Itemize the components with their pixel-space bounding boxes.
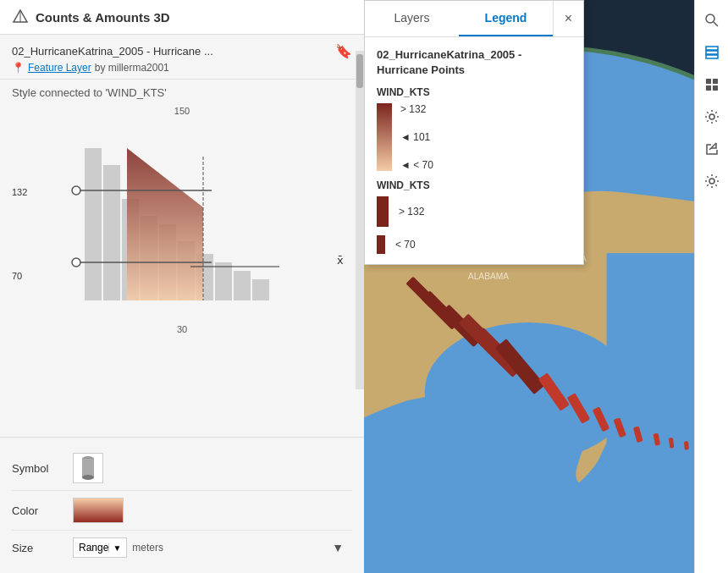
- color-label: Color: [12, 504, 63, 517]
- scrollbar[interactable]: [356, 51, 364, 389]
- legend-gradient: [377, 103, 392, 171]
- panel-header: Counts & Amounts 3D: [0, 0, 364, 35]
- symbol-row: Symbol: [12, 446, 352, 491]
- svg-point-14: [72, 186, 80, 195]
- size-dropdown[interactable]: Range ▼ meters: [73, 537, 163, 558]
- left-panel: Counts & Amounts 3D 02_HurricaneKatrina_…: [0, 0, 364, 573]
- xbar-label: x̄: [337, 254, 344, 267]
- app-icon: [12, 8, 29, 25]
- feature-layer-by: by millerma2001: [95, 62, 169, 74]
- legend-content: 02_HurricaneKatrina_2005 - Hurricane Poi…: [365, 37, 583, 264]
- bottom-controls: Symbol Color Size Range ▼ meter: [0, 437, 364, 573]
- legend-popup: Layers Legend × 02_HurricaneKatrina_2005…: [364, 0, 584, 265]
- settings-button[interactable]: [697, 102, 727, 132]
- pin-icon: 📍: [12, 62, 25, 74]
- layers-button[interactable]: [697, 37, 727, 68]
- tab-layers[interactable]: Layers: [365, 1, 459, 36]
- layer-info: 02_HurricaneKatrina_2005 - Hurricane ...…: [0, 35, 364, 80]
- histogram-wrap: 150 30 132 70 x̄: [12, 106, 352, 343]
- settings2-button[interactable]: [697, 166, 727, 196]
- map-background[interactable]: ALABAMA GEORGIA: [364, 0, 728, 573]
- symbol-label: Symbol: [12, 462, 63, 475]
- expand-arrow-icon[interactable]: ▼: [332, 541, 344, 554]
- legend-tabs: Layers Legend ×: [365, 1, 583, 37]
- size-option: Range: [79, 542, 108, 554]
- legend-size-label-small: < 70: [395, 239, 416, 251]
- legend-color-label-mid: ◄ 101: [400, 131, 433, 143]
- legend-close-button[interactable]: ×: [553, 1, 583, 36]
- right-area: ALABAMA GEORGIA: [364, 0, 728, 573]
- legend-color-label-low: ◄ < 70: [400, 159, 433, 171]
- scroll-thumb[interactable]: [356, 54, 363, 88]
- svg-point-16: [72, 258, 80, 267]
- histogram-y-bottom: 30: [177, 324, 187, 334]
- svg-rect-50: [706, 85, 711, 91]
- histogram-label-70: 70: [12, 271, 22, 281]
- color-row: Color: [12, 491, 352, 531]
- feature-layer-link[interactable]: Feature Layer: [28, 62, 91, 74]
- table-button[interactable]: [697, 69, 727, 100]
- size-select[interactable]: Range ▼: [73, 537, 127, 558]
- legend-size-item-large: > 132: [377, 196, 571, 227]
- tab-legend[interactable]: Legend: [459, 1, 553, 36]
- style-label: Style connected to 'WIND_KTS': [0, 80, 364, 102]
- svg-rect-45: [706, 47, 718, 50]
- search-icon: [704, 13, 720, 28]
- share-button[interactable]: [697, 134, 727, 164]
- legend-bar-small: [377, 235, 385, 254]
- size-label: Size: [12, 542, 63, 554]
- dropdown-arrow-icon: ▼: [108, 543, 121, 553]
- legend-color-label-high: > 132: [400, 103, 433, 115]
- layer-name: 02_HurricaneKatrina_2005 - Hurricane ...: [12, 45, 213, 58]
- legend-size-item-small: < 70: [377, 235, 571, 254]
- gear-icon: [704, 109, 720, 124]
- settings2-icon: [704, 174, 720, 189]
- histogram-y-top: 150: [174, 106, 190, 116]
- svg-marker-12: [127, 148, 203, 300]
- legend-size-title: WIND_KTS: [377, 179, 571, 191]
- size-row: Size Range ▼ meters ▼: [12, 531, 352, 565]
- svg-rect-48: [706, 79, 711, 84]
- layers-icon: [704, 45, 720, 60]
- svg-line-44: [714, 22, 718, 26]
- svg-point-21: [82, 475, 94, 480]
- svg-rect-49: [713, 79, 718, 84]
- symbol-preview[interactable]: [73, 453, 103, 483]
- bookmark-icon[interactable]: 🔖: [335, 43, 352, 59]
- share-icon: [704, 141, 720, 157]
- legend-layer-title: 02_HurricaneKatrina_2005 - Hurricane Poi…: [377, 47, 571, 78]
- svg-rect-51: [713, 85, 718, 91]
- size-unit: meters: [132, 542, 163, 554]
- histogram-svg[interactable]: [37, 123, 335, 317]
- svg-point-52: [709, 114, 714, 119]
- svg-text:ALABAMA: ALABAMA: [468, 272, 509, 281]
- right-toolbar: [694, 0, 728, 573]
- color-swatch[interactable]: [73, 498, 124, 523]
- legend-size-items: > 132 < 70: [377, 196, 571, 254]
- svg-point-43: [706, 14, 714, 23]
- legend-size-label-large: > 132: [399, 206, 424, 218]
- histogram-container[interactable]: 150 30 132 70 x̄: [0, 102, 364, 437]
- svg-rect-42: [684, 441, 689, 450]
- search-button[interactable]: [697, 5, 727, 36]
- svg-rect-2: [85, 148, 102, 300]
- svg-rect-3: [103, 165, 120, 300]
- svg-point-53: [709, 179, 714, 184]
- svg-rect-20: [82, 459, 94, 477]
- svg-rect-46: [706, 51, 718, 54]
- histogram-label-132: 132: [12, 187, 27, 197]
- legend-color-title: WIND_KTS: [377, 86, 571, 98]
- svg-rect-11: [252, 279, 269, 300]
- legend-color-labels: > 132 ◄ 101 ◄ < 70: [400, 103, 433, 171]
- svg-point-25: [425, 322, 633, 461]
- legend-bar-large: [377, 196, 389, 227]
- table-icon: [704, 77, 720, 92]
- svg-rect-9: [215, 262, 232, 300]
- legend-color-bar: > 132 ◄ 101 ◄ < 70: [377, 103, 571, 171]
- panel-title: Counts & Amounts 3D: [36, 10, 170, 25]
- svg-rect-10: [234, 271, 251, 300]
- svg-rect-47: [706, 55, 718, 58]
